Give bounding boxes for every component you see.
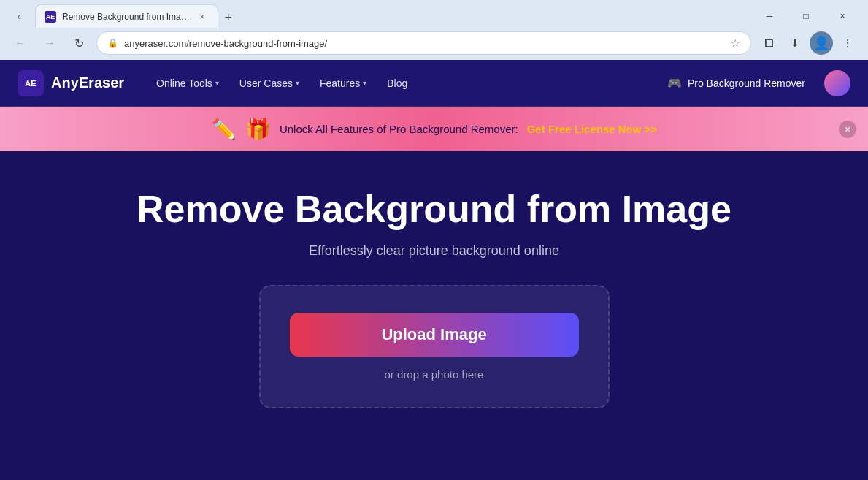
page-title: Remove Background from Image: [137, 188, 731, 232]
active-tab: AE Remove Background from Ima… ×: [35, 4, 218, 28]
nav-online-tools[interactable]: Online Tools ▾: [147, 72, 228, 95]
lock-icon: 🔒: [107, 38, 118, 48]
chevron-down-icon: ▾: [363, 79, 366, 87]
download-button[interactable]: ⬇: [783, 31, 807, 55]
nav-blog[interactable]: Blog: [378, 72, 416, 95]
chevron-down-icon: ▾: [296, 79, 299, 87]
promo-banner: ✏️ 🎁 Unlock All Features of Pro Backgrou…: [0, 107, 868, 151]
back-button[interactable]: ←: [9, 31, 32, 55]
tab-close-button[interactable]: ×: [196, 10, 209, 23]
logo-icon: AE: [18, 70, 44, 96]
brand-name: AnyEraser: [51, 75, 124, 91]
forward-button[interactable]: →: [38, 31, 61, 55]
tab-history-back-btn[interactable]: ‹: [9, 6, 29, 26]
tab-favicon: AE: [45, 11, 56, 23]
browser-window: ‹ AE Remove Background from Ima… × + ─ □…: [0, 0, 868, 60]
nav-online-tools-label: Online Tools: [156, 77, 212, 89]
nav-blog-label: Blog: [387, 77, 407, 89]
nav-features[interactable]: Features ▾: [311, 72, 375, 95]
chevron-down-icon: ▾: [215, 79, 219, 87]
address-bar[interactable]: 🔒 anyeraser.com/remove-background-from-i…: [96, 31, 751, 55]
hero-subtitle: Effortlessly clear picture background on…: [309, 243, 559, 259]
pro-background-remover-button[interactable]: 🎮 Pro Background Remover: [657, 70, 815, 96]
drop-hint: or drop a photo here: [385, 368, 484, 381]
banner-close-button[interactable]: ×: [839, 121, 856, 138]
profile-button[interactable]: 👤: [810, 31, 833, 55]
logo-area[interactable]: AE AnyEraser: [18, 70, 124, 96]
nav-features-label: Features: [320, 77, 360, 89]
tab-title: Remove Background from Ima…: [62, 12, 190, 22]
minimize-button[interactable]: ─: [753, 4, 786, 28]
banner-link[interactable]: Get Free License Now >>: [527, 123, 657, 135]
navbar: AE AnyEraser Online Tools ▾ User Cases ▾…: [0, 60, 868, 107]
extensions-button[interactable]: ⧠: [757, 31, 780, 55]
bookmark-icon[interactable]: ☆: [731, 37, 740, 49]
maximize-button[interactable]: □: [789, 4, 823, 28]
pro-label: Pro Background Remover: [688, 77, 805, 89]
banner-text: Unlock All Features of Pro Background Re…: [280, 123, 518, 135]
upload-image-button[interactable]: Upload Image: [290, 313, 579, 357]
url-text: anyeraser.com/remove-background-from-ima…: [124, 38, 725, 49]
nav-user-cases[interactable]: User Cases ▾: [231, 72, 308, 95]
nav-links: Online Tools ▾ User Cases ▾ Features ▾ B…: [147, 70, 815, 96]
gift-box-icon: 🎁: [245, 117, 271, 141]
pro-icon: 🎮: [667, 76, 682, 90]
nav-user-cases-label: User Cases: [239, 77, 293, 89]
menu-button[interactable]: ⋮: [836, 31, 859, 55]
refresh-button[interactable]: ↻: [67, 31, 91, 55]
new-tab-button[interactable]: +: [218, 7, 239, 28]
close-window-button[interactable]: ×: [826, 4, 859, 28]
page-content: AE AnyEraser Online Tools ▾ User Cases ▾…: [0, 60, 868, 480]
gift-icon: ✏️: [211, 117, 237, 141]
upload-box: Upload Image or drop a photo here: [259, 285, 610, 408]
user-avatar[interactable]: [824, 70, 850, 96]
hero-section: Remove Background from Image Effortlessl…: [0, 151, 868, 438]
